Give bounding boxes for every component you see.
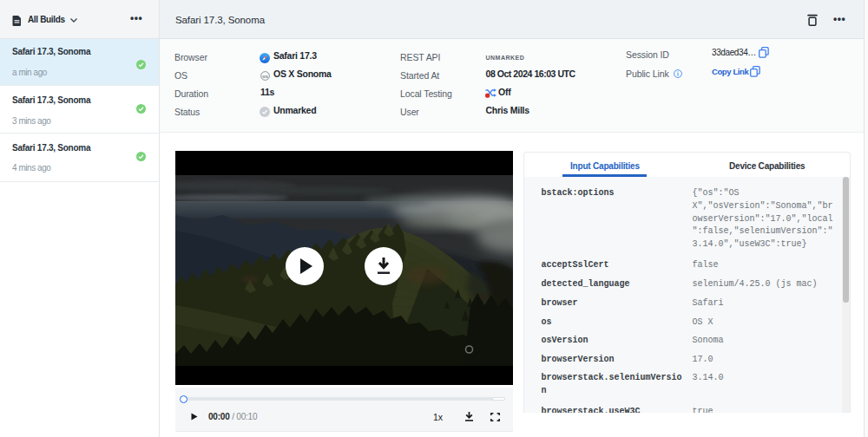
svg-text:os: os — [262, 74, 267, 79]
